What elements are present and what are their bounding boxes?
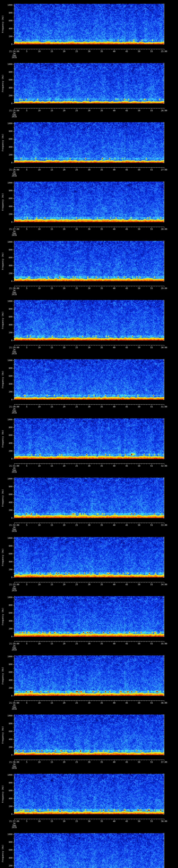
date-line: 2016 [12,649,17,651]
y-tick-label: 1000 [7,419,12,421]
x-tick-label: 50 [138,820,140,823]
x-tick-label: 10 [38,524,40,526]
x-axis-end-time: 31:00 [161,406,167,408]
x-axis-end-time: 36:00 [161,702,167,704]
y-tick-label: 800 [9,663,12,665]
spectrogram-panel: Frequency (Hz)1000800600400200021:36:003… [0,711,178,770]
y-axis-title: Frequency (Hz) [2,134,4,151]
x-tick-label: 10 [38,110,40,112]
x-tick-label: 15 [51,347,53,349]
x-tick-label: 40 [113,51,115,53]
x-tick-label: 35 [100,51,103,53]
x-tick-label: 25 [76,702,78,704]
y-tick-label: 200 [9,806,12,807]
x-tick-label: 40 [113,584,115,586]
y-tick-label: 1000 [7,182,12,184]
x-tick-label: 20 [63,347,65,349]
spectrogram-panel: Frequency (Hz)1000800600400200021:32:003… [0,474,178,533]
x-tick-label: 20 [63,761,65,763]
y-tick-label: 800 [9,841,12,843]
x-tick-label: 30 [88,169,90,171]
spectrogram-panel: Frequency (Hz)1000800600400200021:34:003… [0,592,178,652]
y-tick-label: 0 [11,517,12,519]
x-tick-label: 50 [138,169,140,171]
y-tick-label: 600 [9,671,12,673]
x-tick-label: 40 [113,761,115,763]
x-tick-label: 55 [150,51,153,53]
y-tick-label: 400 [9,87,12,89]
x-tick-label: 40 [113,702,115,704]
y-tick-label: 1000 [7,63,12,65]
x-tick-label: 55 [150,347,153,349]
x-tick-label: 15 [51,524,53,526]
x-tick-label: 35 [100,228,103,230]
x-tick-label: 25 [76,347,78,349]
x-axis-start-time: 21:29:00 [9,347,19,349]
y-tick-label: 400 [9,324,12,326]
x-tick-label: 35 [100,406,103,408]
x-axis-end-time: 37:00 [161,761,167,763]
y-tick-label: 600 [9,197,12,199]
x-tick-label: 45 [125,524,128,526]
x-tick-label: 45 [125,584,128,586]
y-tick-label: 1000 [7,360,12,362]
x-tick-label: 50 [138,287,140,289]
x-tick-label: 30 [88,51,90,53]
x-tick-label: 5 [26,110,27,112]
x-tick-label: 30 [88,465,90,467]
x-tick-label: 55 [150,406,153,408]
x-tick-label: 25 [76,761,78,763]
x-tick-label: 25 [76,820,78,823]
x-tick-label: 15 [51,584,53,586]
x-tick-label: 40 [113,287,115,289]
date-line: 2016 [12,353,17,355]
spectrogram-panel: Frequency (Hz)1000800600400200021:29:003… [0,296,178,355]
x-axis-end-time: 26:00 [161,110,167,112]
y-axis-title: Frequency (Hz) [2,74,4,92]
y-tick-label: 600 [9,316,12,318]
y-tick-label: 200 [9,213,12,215]
y-tick-label: 200 [9,569,12,570]
y-tick-label: 600 [9,79,12,81]
x-tick-label: 35 [100,465,103,467]
y-tick-label: 400 [9,857,12,859]
x-tick-label: 35 [100,110,103,112]
y-tick-label: 800 [9,427,12,429]
y-tick-label: 0 [11,813,12,815]
x-tick-label: 25 [76,228,78,230]
y-tick-label: 0 [11,102,12,104]
x-tick-label: 50 [138,406,140,408]
x-tick-label: 25 [76,643,78,645]
x-tick-label: 35 [100,584,103,586]
y-tick-label: 800 [9,604,12,606]
x-tick-label: 55 [150,761,153,763]
x-tick-label: 25 [76,110,78,112]
x-tick-label: 55 [150,643,153,645]
x-tick-label: 45 [125,110,128,112]
y-tick-label: 200 [9,391,12,393]
x-tick-label: 50 [138,584,140,586]
y-tick-label: 0 [11,162,12,164]
x-tick-label: 15 [51,406,53,408]
date-line: 2016 [12,235,17,236]
y-tick-label: 400 [9,739,12,740]
date-line: 2016 [12,116,17,118]
y-tick-label: 400 [9,798,12,800]
x-tick-label: 15 [51,110,53,112]
y-tick-label: 800 [9,308,12,310]
x-axis-start-time: 21:35:00 [9,702,19,704]
x-tick-label: 10 [38,347,40,349]
x-axis-end-time: 29:00 [161,287,167,289]
x-tick-label: 40 [113,169,115,171]
x-tick-label: 45 [125,406,128,408]
x-tick-label: 30 [88,228,90,230]
x-tick-label: 40 [113,465,115,467]
y-tick-label: 800 [9,190,12,192]
x-tick-label: 50 [138,524,140,526]
y-tick-label: 800 [9,782,12,784]
x-tick-label: 15 [51,287,53,289]
x-tick-label: 35 [100,702,103,704]
x-tick-label: 50 [138,347,140,349]
x-tick-label: 55 [150,465,153,467]
x-tick-label: 20 [63,287,65,289]
